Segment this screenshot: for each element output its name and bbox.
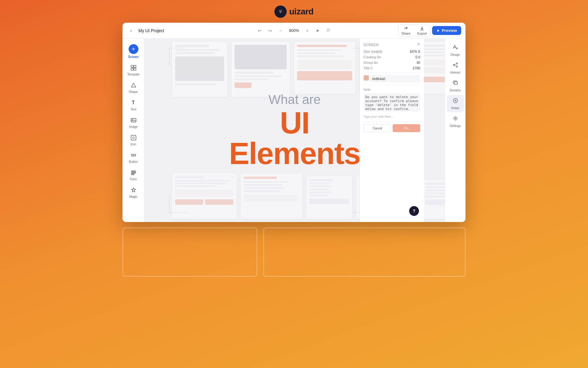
svg-rect-14 bbox=[131, 171, 136, 172]
help-button[interactable]: ? bbox=[409, 206, 419, 216]
screen-icon: + bbox=[129, 44, 138, 54]
svg-rect-24 bbox=[454, 82, 458, 84]
rp-divider-1 bbox=[364, 72, 420, 73]
sidebar-item-template[interactable]: Template bbox=[124, 62, 143, 79]
svg-rect-16 bbox=[131, 174, 134, 175]
canvas-area[interactable]: What are UI Elements bbox=[145, 39, 445, 222]
right-panel-close[interactable]: ✕ bbox=[415, 41, 421, 47]
form-icon bbox=[130, 169, 137, 176]
rp-group-value: 30 bbox=[417, 61, 420, 64]
sidebar-item-settings[interactable]: Settings bbox=[447, 113, 464, 130]
sidebar-item-shape[interactable]: Shape bbox=[124, 79, 143, 96]
template-label: Template bbox=[127, 73, 140, 76]
rp-color-swatch[interactable] bbox=[364, 75, 369, 81]
overlay-text: What are UI Elements bbox=[220, 92, 370, 169]
undo-button[interactable]: ↩ bbox=[255, 26, 264, 35]
back-button[interactable]: ‹ bbox=[127, 26, 135, 35]
svg-point-1 bbox=[280, 10, 281, 12]
icon-icon bbox=[130, 134, 137, 141]
svg-point-20 bbox=[456, 66, 458, 67]
svg-rect-4 bbox=[134, 65, 136, 67]
rp-divider-3 bbox=[364, 121, 420, 122]
settings-label: Settings bbox=[450, 124, 461, 128]
rp-row-size: Size (height) 1876 S bbox=[364, 50, 420, 53]
share-export-group: Share Export bbox=[398, 25, 430, 37]
left-sidebar: + Screen Template Shape T Text bbox=[123, 39, 145, 222]
logo-icon bbox=[274, 6, 287, 18]
rp-color-input[interactable] bbox=[370, 75, 420, 82]
screen-label: Screen bbox=[128, 55, 138, 59]
svg-marker-7 bbox=[131, 83, 136, 87]
toolbar-right: Share Export Preview bbox=[398, 25, 461, 37]
svg-point-28 bbox=[454, 118, 456, 119]
bottom-deco-area bbox=[123, 228, 466, 277]
sidebar-item-screens[interactable]: Screens bbox=[447, 77, 464, 94]
notes-icon bbox=[452, 98, 458, 105]
svg-rect-6 bbox=[134, 68, 136, 70]
sidebar-item-notes[interactable]: Notes bbox=[447, 95, 464, 112]
timer-button[interactable]: ⏱ bbox=[324, 26, 333, 35]
sidebar-item-image[interactable]: Image bbox=[124, 114, 143, 131]
magic-label: Magic bbox=[129, 195, 138, 198]
template-icon bbox=[130, 64, 137, 71]
svg-rect-10 bbox=[131, 135, 136, 140]
rp-divider-2 bbox=[364, 85, 420, 85]
sidebar-item-form[interactable]: Form bbox=[124, 167, 143, 183]
right-sidebar: Design Interact Screens No bbox=[445, 39, 466, 222]
rp-button-row: Cancel Pro bbox=[364, 124, 420, 132]
deco-box-right bbox=[263, 228, 466, 277]
rp-creating-value: 0.0 bbox=[416, 55, 420, 59]
preview-button[interactable]: Preview bbox=[432, 26, 461, 35]
mock-bottom-5 bbox=[422, 180, 445, 219]
shape-icon bbox=[130, 82, 137, 89]
app-window: ‹ My UI Project ↩ ↪ − 800% + ▶ ⏱ Share E… bbox=[123, 23, 466, 222]
mock-bottom-1 bbox=[172, 173, 236, 219]
image-icon bbox=[130, 117, 137, 124]
sidebar-item-text[interactable]: T Text bbox=[124, 97, 143, 113]
preview-label: Preview bbox=[442, 28, 457, 33]
svg-point-9 bbox=[132, 119, 133, 120]
overlay-title: UI Elements bbox=[220, 107, 370, 169]
mock-bottom-2 bbox=[241, 174, 302, 219]
sidebar-item-design[interactable]: Design bbox=[447, 42, 464, 59]
rp-row-creating: Creating for 0.0 bbox=[364, 55, 420, 59]
mock-screen-2 bbox=[232, 42, 290, 97]
mock-screen-1 bbox=[172, 42, 227, 97]
zoom-in-button[interactable]: + bbox=[303, 26, 312, 35]
text-label: Text bbox=[130, 108, 136, 111]
form-label: Form bbox=[130, 178, 137, 181]
main-content: + Screen Template Shape T Text bbox=[123, 39, 466, 222]
play-button[interactable]: ▶ bbox=[313, 26, 322, 35]
sidebar-item-interact[interactable]: Interact bbox=[447, 59, 464, 77]
rp-row-title: Title 2 2700 bbox=[364, 66, 420, 70]
svg-point-11 bbox=[133, 137, 134, 139]
svg-rect-5 bbox=[131, 68, 133, 70]
sidebar-item-icon[interactable]: Icon bbox=[124, 132, 143, 148]
export-button[interactable]: Export bbox=[414, 25, 430, 36]
rp-pro-button[interactable]: Pro bbox=[393, 124, 420, 132]
design-icon bbox=[452, 44, 458, 52]
svg-point-18 bbox=[453, 64, 454, 66]
svg-point-17 bbox=[456, 48, 458, 49]
rp-size-label: Size (height) bbox=[364, 50, 383, 53]
share-button[interactable]: Share bbox=[398, 25, 413, 36]
interact-icon bbox=[452, 62, 458, 70]
title-bar: ‹ My UI Project ↩ ↪ − 800% + ▶ ⏱ Share E… bbox=[123, 23, 466, 39]
screens-label: Screens bbox=[450, 89, 461, 92]
button-icon bbox=[130, 151, 137, 159]
settings-icon bbox=[452, 115, 458, 123]
rp-color-row bbox=[364, 75, 420, 82]
sidebar-item-screen[interactable]: + Screen bbox=[124, 42, 143, 61]
rp-note-textarea[interactable]: Do you want to delete your account? To c… bbox=[364, 93, 420, 112]
zoom-out-button[interactable]: − bbox=[276, 26, 285, 35]
rp-cancel-button[interactable]: Cancel bbox=[364, 124, 391, 132]
svg-marker-2 bbox=[437, 29, 439, 32]
right-panel: ✕ SCREEN Size (height) 1876 S Creating f… bbox=[360, 39, 424, 222]
sidebar-item-button[interactable]: Button bbox=[124, 149, 143, 166]
rp-section-title: SCREEN bbox=[364, 43, 420, 47]
rp-title-label: Title 2 bbox=[364, 66, 373, 70]
rp-title-value: 2700 bbox=[413, 66, 420, 70]
button-label: Button bbox=[129, 160, 138, 163]
redo-button[interactable]: ↪ bbox=[266, 26, 275, 35]
sidebar-item-magic[interactable]: Magic bbox=[124, 184, 143, 201]
